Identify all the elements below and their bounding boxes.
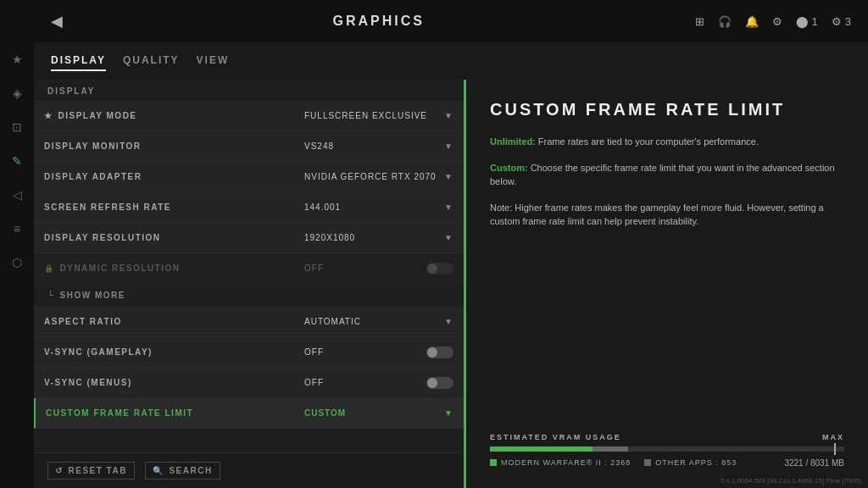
- bell-icon[interactable]: 🔔: [745, 15, 759, 28]
- setting-name-vsync-menus: V-SYNC (MENUS): [34, 378, 293, 387]
- search-button[interactable]: 🔍 SEARCH: [145, 462, 220, 480]
- sidebar-icon-controller[interactable]: ⊡: [8, 119, 25, 136]
- back-button[interactable]: ◀: [51, 12, 63, 30]
- vram-other-label: OTHER APPS : 853: [655, 458, 737, 467]
- vram-bar-container: [490, 446, 844, 452]
- sidebar-icon-speaker[interactable]: ◁: [8, 186, 25, 203]
- tab-view[interactable]: VIEW: [197, 54, 230, 71]
- grid-icon[interactable]: ⊞: [695, 15, 704, 28]
- vram-bar-other: [593, 446, 628, 452]
- detail-body: CUSTOM FRAME RATE LIMIT Unlimited: Frame…: [490, 100, 844, 433]
- content-area: DISPLAY ★ DISPLAY MODE FULLSCREEN EXCLUS…: [34, 80, 868, 488]
- setting-display-mode[interactable]: ★ DISPLAY MODE FULLSCREEN EXCLUSIVE ▼: [34, 101, 464, 131]
- version-text: 5.4.1.0054.503 [36.210.1.4956.15] Time […: [721, 477, 861, 485]
- tab-bar: DISPLAY QUALITY VIEW: [34, 42, 868, 80]
- search-label: SEARCH: [169, 466, 212, 475]
- dropdown-arrow: ▼: [444, 408, 453, 418]
- lock-icon: 🔒: [44, 264, 55, 273]
- setting-custom-frame-rate[interactable]: CUSTOM FRAME RATE LIMIT CUSTOM ▼: [34, 398, 464, 429]
- vram-dot-mw: [490, 459, 497, 466]
- indent-icon: └: [47, 291, 55, 300]
- vram-title: ESTIMATED VRAM USAGE: [490, 433, 621, 441]
- setting-value-vsync-menus: OFF: [294, 377, 464, 389]
- setting-vsync-gameplay[interactable]: V-SYNC (GAMEPLAY) OFF: [34, 337, 464, 368]
- show-more-row[interactable]: └ SHOW MORE: [34, 284, 464, 307]
- note-body: Note: Higher frame rates makes the gamep…: [490, 202, 824, 227]
- unlimited-label: Unlimited:: [490, 136, 536, 147]
- player-count-2: ⚙ 3: [832, 15, 851, 28]
- gear-icon[interactable]: ⚙: [772, 15, 782, 28]
- vram-section: ESTIMATED VRAM USAGE MAX MODERN WARFARE®…: [490, 433, 844, 468]
- top-icons: ⊞ 🎧 🔔 ⚙ ⬤ 1 ⚙ 3: [695, 15, 851, 28]
- top-bar: ◀ GRAPHICS ⊞ 🎧 🔔 ⚙ ⬤ 1 ⚙ 3: [34, 0, 868, 42]
- vram-dot-other: [644, 459, 651, 466]
- toggle-vsync-gameplay[interactable]: [426, 347, 453, 358]
- detail-para-note: Note: Higher frame rates makes the gamep…: [490, 201, 844, 229]
- dropdown-arrow: ▼: [444, 202, 453, 212]
- sidebar-icon-character[interactable]: ◈: [8, 85, 25, 102]
- setting-value-vsync-gameplay: OFF: [294, 347, 464, 358]
- setting-name-aspect-ratio: ASPECT RATIO: [34, 317, 293, 326]
- tab-quality[interactable]: QUALITY: [123, 54, 180, 71]
- main-content: DISPLAY QUALITY VIEW DISPLAY ★ DISPLAY M…: [34, 42, 868, 488]
- reset-tab-label: RESET TAB: [69, 466, 127, 475]
- right-panel: CUSTOM FRAME RATE LIMIT Unlimited: Frame…: [466, 80, 868, 488]
- vram-legend-other: OTHER APPS : 853: [644, 458, 737, 467]
- toggle-vsync-menus[interactable]: [426, 377, 453, 389]
- vram-header: ESTIMATED VRAM USAGE MAX: [490, 433, 844, 441]
- setting-name-display-mode: ★ DISPLAY MODE: [34, 111, 293, 120]
- setting-name-vsync-gameplay: V-SYNC (GAMEPLAY): [34, 347, 293, 357]
- sidebar-icon-star[interactable]: ★: [8, 51, 25, 68]
- vram-mw-label: MODERN WARFARE® II : 2368: [501, 458, 631, 467]
- setting-screen-refresh-rate[interactable]: SCREEN REFRESH RATE 144.001 ▼: [34, 192, 464, 223]
- sidebar-icon-shield[interactable]: ⬡: [8, 254, 25, 271]
- setting-display-adapter[interactable]: DISPLAY ADAPTER NVIDIA GEFORCE RTX 2070 …: [34, 162, 464, 192]
- headset-icon[interactable]: 🎧: [718, 15, 732, 28]
- setting-name-dynamic-resolution: 🔒 DYNAMIC RESOLUTION: [34, 263, 293, 273]
- dropdown-arrow: ▼: [444, 172, 453, 181]
- reset-icon: ↺: [55, 466, 64, 475]
- settings-list: ★ DISPLAY MODE FULLSCREEN EXCLUSIVE ▼ DI…: [34, 101, 464, 452]
- page-title: GRAPHICS: [333, 14, 425, 29]
- custom-label: Custom:: [490, 163, 528, 173]
- vram-max: MAX: [822, 433, 844, 441]
- setting-value-dynamic-resolution: OFF: [294, 263, 464, 274]
- search-icon: 🔍: [153, 466, 164, 475]
- detail-para-unlimited: Unlimited: Frame rates are tied to your …: [490, 135, 844, 149]
- setting-dynamic-resolution: 🔒 DYNAMIC RESOLUTION OFF: [34, 253, 464, 284]
- vram-legend: MODERN WARFARE® II : 2368 OTHER APPS : 8…: [490, 458, 737, 467]
- setting-name-custom-frame-rate: CUSTOM FRAME RATE LIMIT: [36, 408, 293, 418]
- section-label: DISPLAY: [34, 80, 464, 101]
- setting-name-display-adapter: DISPLAY ADAPTER: [34, 172, 293, 181]
- dropdown-arrow: ▼: [444, 141, 453, 151]
- setting-value-custom-frame-rate: CUSTOM ▼: [294, 408, 464, 418]
- setting-vsync-menus[interactable]: V-SYNC (MENUS) OFF: [34, 368, 464, 398]
- star-indicator: ★: [44, 111, 53, 120]
- dropdown-arrow: ▼: [444, 111, 453, 120]
- setting-aspect-ratio[interactable]: ASPECT RATIO AUTOMATIC ▼: [34, 307, 464, 337]
- vram-legend-mw: MODERN WARFARE® II : 2368: [490, 458, 631, 467]
- setting-value-display-adapter: NVIDIA GEFORCE RTX 2070 ▼: [294, 172, 464, 181]
- setting-value-display-mode: FULLSCREEN EXCLUSIVE ▼: [294, 111, 464, 120]
- setting-name-display-resolution: DISPLAY RESOLUTION: [34, 233, 293, 242]
- dropdown-arrow: ▼: [444, 233, 453, 242]
- vram-bar-max-marker: [834, 443, 836, 455]
- sidebar-icon-menu[interactable]: ≡: [8, 220, 25, 237]
- detail-para-custom: Custom: Choose the specific frame rate l…: [490, 161, 844, 189]
- reset-tab-button[interactable]: ↺ RESET TAB: [47, 462, 135, 480]
- setting-display-resolution[interactable]: DISPLAY RESOLUTION 1920X1080 ▼: [34, 223, 464, 253]
- show-more-label: SHOW MORE: [60, 291, 125, 300]
- setting-value-display-resolution: 1920X1080 ▼: [294, 233, 464, 242]
- bottom-bar: ↺ RESET TAB 🔍 SEARCH: [34, 452, 464, 488]
- setting-name-display-monitor: DISPLAY MONITOR: [34, 141, 293, 151]
- unlimited-body: Frame rates are tied to your computer's …: [538, 136, 759, 147]
- tab-display[interactable]: DISPLAY: [51, 54, 106, 71]
- vram-bar-mw: [490, 446, 593, 452]
- sidebar-icon-pencil[interactable]: ✎: [8, 152, 25, 169]
- setting-value-aspect-ratio: AUTOMATIC ▼: [294, 317, 464, 326]
- setting-value-display-monitor: VS248 ▼: [294, 141, 464, 151]
- left-sidebar: ★ ◈ ⊡ ✎ ◁ ≡ ⬡: [0, 0, 34, 488]
- setting-display-monitor[interactable]: DISPLAY MONITOR VS248 ▼: [34, 131, 464, 162]
- left-panel: DISPLAY ★ DISPLAY MODE FULLSCREEN EXCLUS…: [34, 80, 466, 488]
- player-count-1: ⬤ 1: [796, 15, 818, 28]
